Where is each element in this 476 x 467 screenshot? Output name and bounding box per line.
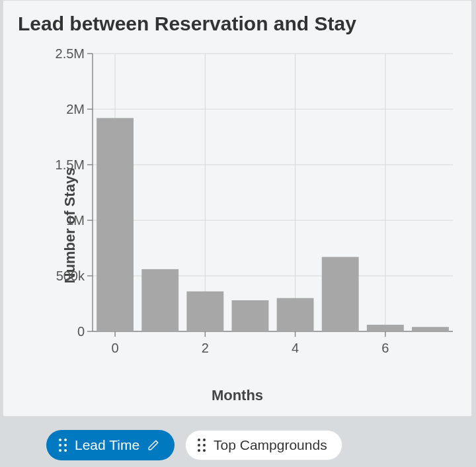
tab-top-campgrounds[interactable]: Top Campgrounds xyxy=(185,430,342,460)
x-tick-label: 6 xyxy=(381,341,389,356)
chart-card: Lead between Reservation and Stay Number… xyxy=(3,0,472,417)
x-tick-label: 2 xyxy=(202,341,209,356)
tab-bar: Lead Time Top Campgrounds xyxy=(0,423,476,467)
tab-lead-time[interactable]: Lead Time xyxy=(46,430,175,460)
bar[interactable] xyxy=(232,300,269,331)
drag-handle-icon xyxy=(59,439,67,452)
drag-handle-icon xyxy=(198,439,206,452)
x-tick-label: 4 xyxy=(292,341,299,356)
bar[interactable] xyxy=(141,269,178,331)
chart-title: Lead between Reservation and Stay xyxy=(3,1,471,40)
y-tick-label: 1.5M xyxy=(19,157,85,173)
x-tick-label: 0 xyxy=(112,341,119,356)
chart-plot-area: Number of Stays Months 0500k1M1.5M2M2.5M… xyxy=(3,40,471,411)
tab-label: Lead Time xyxy=(75,437,139,453)
y-tick-label: 2M xyxy=(19,102,85,117)
bar[interactable] xyxy=(322,257,359,331)
pencil-icon[interactable] xyxy=(147,439,159,451)
tab-label: Top Campgrounds xyxy=(214,437,327,453)
y-tick-label: 0 xyxy=(19,324,85,339)
y-tick-label: 2.5M xyxy=(19,46,85,62)
bar[interactable] xyxy=(367,325,404,331)
y-tick-label: 500k xyxy=(19,269,85,284)
bar[interactable] xyxy=(412,327,449,331)
bar[interactable] xyxy=(97,118,134,331)
y-tick-label: 1M xyxy=(19,213,85,228)
bar[interactable] xyxy=(186,292,223,331)
bar[interactable] xyxy=(277,298,314,331)
